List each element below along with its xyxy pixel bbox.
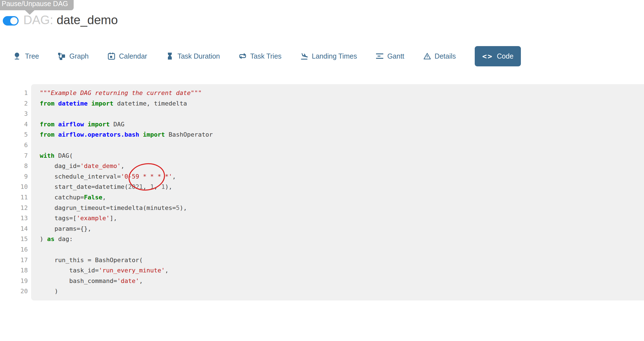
- code-icon: <>: [482, 52, 493, 60]
- line-number: 19: [0, 276, 28, 286]
- tab-label: Gantt: [387, 52, 404, 60]
- code-line: dag_id='date_demo',: [40, 161, 638, 171]
- code-line: bash_command='date',: [40, 276, 638, 286]
- code-line: ): [40, 286, 638, 297]
- line-number: 9: [0, 171, 28, 182]
- line-number: 3: [0, 109, 28, 119]
- line-number: 15: [0, 234, 28, 244]
- code-line: [40, 109, 638, 119]
- dag-label: DAG:: [23, 13, 53, 27]
- line-number: 10: [0, 182, 28, 192]
- tab-label: Code: [497, 52, 514, 60]
- tab-label: Task Duration: [177, 52, 220, 60]
- hourglass-icon: [166, 52, 174, 60]
- line-number: 17: [0, 255, 28, 265]
- code-line: from datetime import datetime, timedelta: [40, 98, 638, 109]
- dag-name: date_demo: [57, 13, 118, 27]
- tree-icon: [14, 52, 21, 60]
- code-line: task_id='run_every_minute',: [40, 265, 638, 276]
- tab-bar: TreeGraphCalendarTask DurationTask Tries…: [14, 45, 521, 67]
- toggle-knob: [10, 17, 18, 24]
- code-line: ) as dag:: [40, 234, 638, 244]
- line-number: 7: [0, 151, 28, 161]
- plane-landing-icon: [300, 52, 308, 60]
- line-number: 8: [0, 161, 28, 171]
- code-line: with DAG(: [40, 151, 638, 161]
- line-number: 4: [0, 119, 28, 130]
- tab-label: Details: [435, 52, 456, 60]
- line-number: 5: [0, 129, 28, 140]
- tab-label: Calendar: [119, 52, 147, 60]
- tab-task-duration[interactable]: Task Duration: [166, 52, 220, 60]
- line-number: 12: [0, 203, 28, 213]
- line-number: 18: [0, 265, 28, 276]
- code-line: from airflow import DAG: [40, 119, 638, 130]
- tab-label: Tree: [25, 52, 39, 60]
- calendar-icon: [108, 52, 115, 60]
- tab-task-tries[interactable]: Task Tries: [239, 52, 282, 60]
- tab-label: Landing Times: [312, 52, 357, 60]
- line-number: 13: [0, 213, 28, 224]
- line-number: 16: [0, 244, 28, 255]
- code-line: from airflow.operators.bash import BashO…: [40, 129, 638, 140]
- dag-code-block[interactable]: """Example DAG returning the current dat…: [31, 84, 644, 300]
- code-line: dagrun_timeout=timedelta(minutes=5),: [40, 203, 638, 213]
- tooltip-arrow: [25, 10, 34, 15]
- tab-calendar[interactable]: Calendar: [108, 52, 147, 60]
- line-number: 20: [0, 286, 28, 297]
- pause-unpause-tooltip: Pause/Unpause DAG: [0, 0, 74, 10]
- line-number: 11: [0, 192, 28, 203]
- page-title: DAG: date_demo: [23, 13, 118, 27]
- details-triangle-icon: [423, 52, 431, 60]
- line-number: 1: [0, 88, 28, 98]
- tab-details[interactable]: Details: [423, 52, 456, 60]
- tab-gantt[interactable]: Gantt: [376, 52, 404, 60]
- tooltip-text: Pause/Unpause DAG: [2, 0, 68, 7]
- code-line: tags=['example'],: [40, 213, 638, 224]
- tab-code[interactable]: <>Code: [475, 46, 521, 66]
- code-line: schedule_interval='0-59 * * * *',: [40, 171, 638, 182]
- code-line: [40, 244, 638, 255]
- code-line: catchup=False,: [40, 192, 638, 203]
- line-number: 6: [0, 140, 28, 151]
- tab-landing-times[interactable]: Landing Times: [300, 52, 357, 60]
- graph-icon: [58, 52, 66, 60]
- tab-label: Task Tries: [250, 52, 282, 60]
- code-line: run_this = BashOperator(: [40, 255, 638, 265]
- line-number: 14: [0, 224, 28, 234]
- gantt-bars-icon: [376, 52, 384, 60]
- tab-graph[interactable]: Graph: [58, 52, 88, 60]
- code-line: [40, 140, 638, 151]
- code-line: params={},: [40, 224, 638, 234]
- dag-pause-toggle[interactable]: [3, 16, 19, 26]
- code-line: """Example DAG returning the current dat…: [40, 88, 638, 98]
- tab-label: Graph: [69, 52, 88, 60]
- code-line: start_date=datetime(2021, 1, 1),: [40, 182, 638, 192]
- tab-tree[interactable]: Tree: [14, 52, 39, 60]
- code-gutter: 1234567891011121314151617181920: [0, 88, 28, 297]
- line-number: 2: [0, 98, 28, 109]
- code-viewer: 1234567891011121314151617181920 """Examp…: [0, 84, 644, 300]
- repeat-icon: [239, 52, 247, 60]
